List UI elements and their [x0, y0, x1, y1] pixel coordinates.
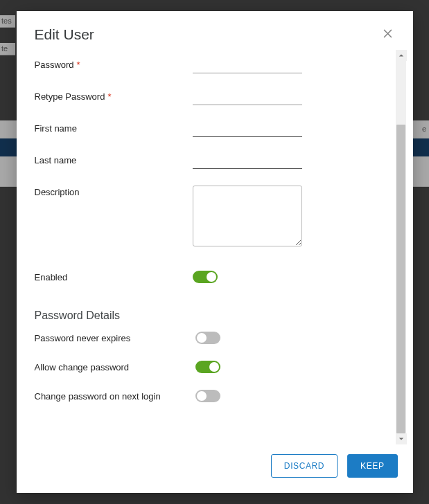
- first-name-input[interactable]: [193, 122, 302, 137]
- description-row: Description: [35, 177, 389, 257]
- change-next-label: Change password on next login: [35, 390, 195, 402]
- modal-body: Password* Retype Password* First name La…: [35, 50, 395, 444]
- password-input[interactable]: [193, 58, 302, 73]
- last-name-input[interactable]: [193, 154, 302, 169]
- modal-footer: DISCARD KEEP: [17, 444, 413, 493]
- change-next-toggle[interactable]: [195, 390, 220, 402]
- never-expires-toggle[interactable]: [195, 332, 220, 344]
- chevron-up-icon: [399, 53, 404, 58]
- last-name-label: Last name: [35, 154, 193, 165]
- scroll-up-button[interactable]: [396, 50, 407, 61]
- first-name-row: First name: [35, 114, 389, 145]
- change-next-row: Change password on next login: [35, 381, 389, 411]
- retype-password-label: Retype Password*: [35, 90, 193, 102]
- scroll-thumb[interactable]: [396, 125, 405, 433]
- modal-header: Edit User: [17, 11, 413, 50]
- modal-scrollbar[interactable]: [395, 50, 406, 444]
- allow-change-row: Allow change password: [35, 352, 389, 381]
- password-row: Password*: [35, 50, 389, 82]
- edit-user-modal: Edit User Password* Retype Password*: [17, 11, 413, 493]
- close-icon: [383, 29, 392, 38]
- enabled-label: Enabled: [35, 271, 193, 282]
- description-textarea[interactable]: [193, 186, 302, 246]
- enabled-row: Enabled: [35, 257, 389, 291]
- last-name-row: Last name: [35, 145, 389, 177]
- required-marker: *: [77, 60, 80, 70]
- enabled-toggle[interactable]: [193, 271, 218, 283]
- scroll-down-button[interactable]: [396, 433, 407, 444]
- keep-button[interactable]: KEEP: [347, 454, 397, 478]
- chevron-down-icon: [399, 436, 404, 442]
- retype-password-row: Retype Password*: [35, 82, 389, 114]
- password-label: Password*: [35, 58, 193, 70]
- scroll-track[interactable]: [396, 61, 406, 433]
- modal-overlay: Edit User Password* Retype Password*: [0, 0, 429, 504]
- required-marker: *: [107, 91, 111, 102]
- close-button[interactable]: [381, 26, 395, 40]
- retype-password-input[interactable]: [193, 90, 302, 105]
- description-label: Description: [35, 186, 193, 197]
- password-details-heading: Password Details: [35, 309, 389, 322]
- never-expires-row: Password never expires: [35, 323, 389, 352]
- never-expires-label: Password never expires: [35, 332, 195, 343]
- allow-change-label: Allow change password: [35, 361, 195, 372]
- discard-button[interactable]: DISCARD: [271, 454, 338, 478]
- allow-change-toggle[interactable]: [195, 361, 220, 373]
- first-name-label: First name: [35, 122, 193, 134]
- modal-title: Edit User: [35, 26, 94, 43]
